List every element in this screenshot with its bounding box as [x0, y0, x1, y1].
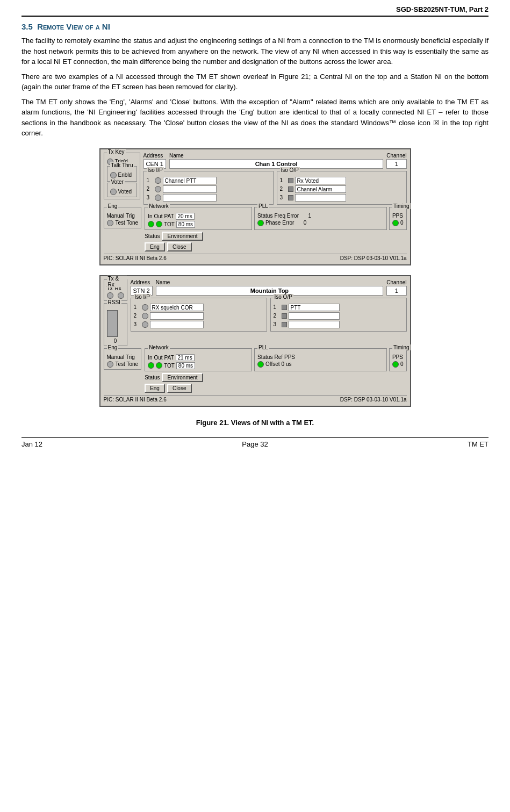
environment-button-2[interactable]: Environment: [162, 373, 203, 382]
iso-ip-input-3: [163, 194, 217, 202]
manual-trig-row: Manual Trig: [107, 213, 139, 219]
status-label: Status: [145, 233, 160, 239]
manual-trig-label-2: Manual Trig: [107, 354, 135, 360]
pps-value: 0: [400, 220, 404, 226]
address-label-2: Address: [131, 279, 153, 285]
test-tone-row: Test Tone: [107, 220, 139, 226]
footer-right: TM ET: [468, 440, 489, 448]
pll-status-led-2: [257, 361, 264, 368]
net-pat-value: 20 ms: [176, 213, 195, 220]
close-button-2[interactable]: Close: [167, 384, 192, 393]
tx-rx-rssi-area: Tx & Rx Tx Rx RSSI 0: [104, 279, 127, 346]
enbld-label: Enbld: [118, 172, 132, 178]
network-pll-timing-2: Network In Out PAT 21 ms TOT 80 ms: [145, 348, 406, 371]
net-tot-label-2: TOT: [164, 363, 175, 369]
pll-freq-error-value: 1: [300, 213, 311, 219]
iso-ip-row-2-3: 3: [134, 321, 264, 328]
net-in-led: [148, 221, 154, 227]
iso-op-row-2-1: 1 PTT: [274, 304, 404, 311]
iso-op-row-2-2: 2: [274, 312, 404, 320]
iso-op-label-2: Iso O/P: [274, 294, 293, 300]
net-in-label: In: [148, 213, 152, 219]
environment-button-1[interactable]: Environment: [162, 232, 203, 241]
timing-group: Timing PPS 0: [389, 207, 407, 230]
iso-section: Iso I/P 1 Channel PTT 2 3: [143, 171, 407, 205]
pll-status-label: Status: [257, 213, 272, 219]
net-pat-label: PAT: [164, 213, 174, 219]
manual-trig-row-2: Manual Trig: [107, 354, 139, 360]
footer-center: Page 32: [242, 440, 268, 448]
iso-op-input-2-2: [289, 312, 340, 320]
name-group: Name Chan 1 Control: [169, 153, 383, 169]
paragraph-2: There are two examples of a NI accessed …: [21, 71, 489, 92]
net-out-led: [156, 221, 162, 227]
rssi-group: RSSI 0: [104, 303, 127, 346]
iso-ip-input-2-3: [150, 321, 204, 328]
net-pat-value-2: 21 ms: [176, 354, 195, 361]
test-tone-label-2: Test Tone: [116, 361, 139, 367]
voted-label: Voted: [118, 189, 132, 195]
network-group-2: Network In Out PAT 21 ms TOT 80 ms: [145, 348, 252, 371]
ni-panel-1: Tx Key Trig'd Talk Thru Enbld Voter: [99, 148, 411, 265]
pll-label: PLL: [257, 203, 269, 209]
iso-ip-led-2-2: [142, 313, 148, 319]
paragraph-1: The facility to remotely examine the sta…: [21, 35, 489, 67]
dsp-label-1: DSP: DSP 03-03-10 V01.1a: [340, 255, 407, 261]
pll-phase-error-label: Phase Error: [265, 220, 294, 226]
iso-ip-row-2-2: 2: [134, 312, 264, 320]
tx-led: [107, 292, 113, 299]
pll-group: PLL Status Freq Error 1 Phase Error 0: [254, 207, 387, 230]
tx-rx-label: Tx & Rx: [107, 276, 127, 288]
eng-label-2: Eng: [107, 344, 119, 350]
close-button-1[interactable]: Close: [167, 242, 192, 251]
test-tone-led: [107, 220, 113, 226]
eng-button-2[interactable]: Eng: [145, 384, 165, 393]
pll-label-2: PLL: [257, 344, 269, 350]
panel2-footer: PIC: SOLAR II NI Beta 2.6 DSP: DSP 03-03…: [104, 395, 407, 403]
channel-value: 1: [386, 159, 406, 169]
tx-key-group: Tx Key Trig'd Talk Thru Enbld Voter: [104, 153, 140, 199]
tx-rx-group: Tx & Rx Tx Rx: [104, 279, 127, 301]
iso-ip-led-2-1: [142, 304, 148, 311]
network-group: Network In Out PAT 20 ms TOT 80 ms: [145, 207, 252, 230]
eng-button-1[interactable]: Eng: [145, 242, 165, 251]
header-title: SGD-SB2025NT-TUM, Part 2: [396, 5, 489, 13]
iso-op-input-1: Rx Voted: [295, 177, 346, 184]
iso-op-led-3: [288, 195, 293, 200]
iso-ip-led-3: [155, 195, 161, 201]
dsp-label-2: DSP: DSP 03-03-10 V01.1a: [340, 397, 407, 403]
network-label: Network: [148, 203, 170, 209]
net-out-label-2: Out: [154, 355, 162, 361]
rssi-bar: [107, 310, 118, 337]
channel-group: Channel 1: [386, 153, 406, 169]
test-tone-label: Test Tone: [116, 220, 139, 226]
net-in-led-2: [148, 362, 154, 369]
iso-ip-input-1: Channel PTT: [163, 177, 217, 184]
eng-group-2: Eng Manual Trig Test Tone: [104, 348, 142, 370]
iso-op-row-3: 3: [280, 194, 404, 202]
iso-section-2: Iso I/P 1 RX squelch COR 2 3: [131, 298, 407, 332]
rssi-label: RSSI: [107, 299, 121, 305]
network-pll-timing: Network In Out PAT 20 ms TOT 80 ms: [145, 207, 406, 230]
iso-op-group-2: Iso O/P 1 PTT 2 3: [270, 298, 407, 332]
name-group-2: Name Mountain Top: [156, 279, 384, 296]
iso-op-label: Iso O/P: [280, 167, 300, 173]
iso-ip-input-2-1: RX squelch COR: [150, 304, 204, 311]
iso-ip-row-3: 3: [147, 194, 270, 202]
iso-ip-group-2: Iso I/P 1 RX squelch COR 2 3: [131, 298, 267, 332]
pic-label-2: PIC: SOLAR II NI Beta 2.6: [104, 397, 167, 403]
timing-label-2: Timing: [392, 344, 411, 350]
network-label-2: Network: [148, 344, 170, 350]
net-tot-value: 80 ms: [176, 221, 195, 228]
iso-op-led-2: [288, 186, 293, 192]
name-value-2: Mountain Top: [156, 286, 384, 296]
iso-ip-label: Iso I/P: [147, 167, 164, 173]
iso-ip-row-1: 1 Channel PTT: [147, 177, 270, 184]
pps-label-2: PPS: [392, 354, 404, 360]
address-name-area: Address CEN 1 Name Chan 1 Control Channe…: [143, 153, 407, 205]
pll-freq-error-label: Freq Error: [274, 213, 299, 219]
iso-op-row-2-3: 3: [274, 321, 404, 328]
address-group-2: Address STN 2: [131, 279, 153, 296]
pll-phase-error-value: 0: [296, 220, 306, 226]
channel-group-2: Channel 1: [386, 279, 406, 296]
